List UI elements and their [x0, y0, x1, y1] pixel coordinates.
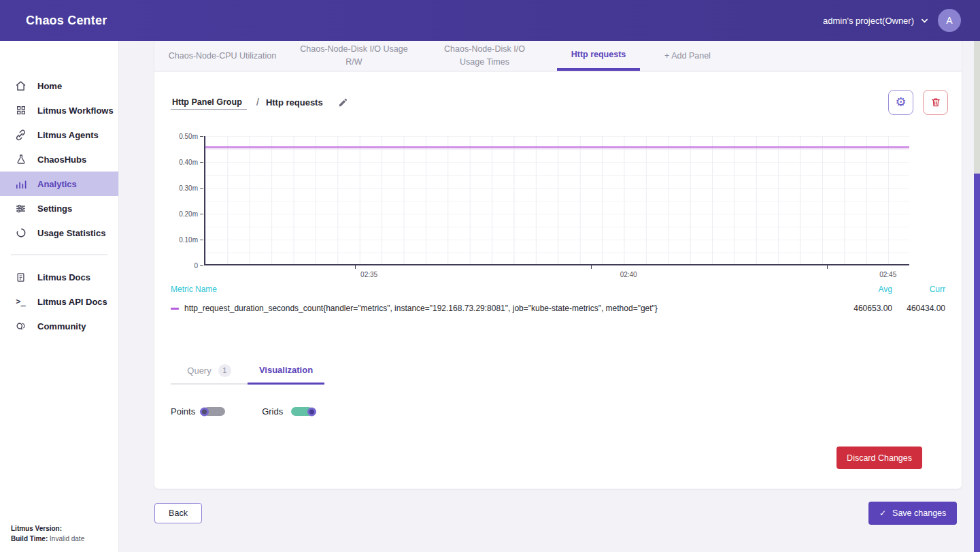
chart-plot-area — [204, 136, 909, 265]
sidebar-item-label: Settings — [37, 204, 72, 214]
y-tick-label: 0.10m — [171, 236, 198, 244]
edit-pencil-icon[interactable] — [338, 97, 348, 108]
project-selector-label: admin's project(Owner) — [823, 16, 914, 26]
version-info: Litmus Version: Build Time: Invalid date — [11, 523, 84, 544]
metric-avg-value: 460653.00 — [839, 304, 892, 313]
build-time-label: Build Time: — [11, 535, 48, 542]
back-button[interactable]: Back — [154, 503, 202, 523]
y-tick-label: 0 — [171, 262, 198, 270]
analytics-icon — [15, 178, 27, 190]
settings-icon — [15, 203, 27, 214]
metric-row: http_request_duration_seconds_count{hand… — [171, 304, 945, 313]
chaoshubs-icon — [15, 154, 27, 165]
y-tick-label: 0.40m — [171, 159, 198, 166]
series-color-swatch — [171, 308, 179, 310]
scrollbar-track — [974, 41, 980, 552]
query-tab-label: Query — [187, 366, 211, 376]
metric-legend: Metric Name Avg Curr http_request_durati… — [171, 285, 945, 313]
usage-icon — [15, 227, 27, 239]
sidebar-item-label: Litmus Workflows — [37, 105, 114, 116]
workflows-icon — [15, 105, 27, 116]
sidebar-item-label: Litmus Agents — [37, 130, 99, 140]
sidebar-item-label: Home — [37, 81, 62, 91]
sidebar-item-label: Analytics — [37, 179, 77, 189]
metric-name: http_request_duration_seconds_count{hand… — [184, 304, 658, 313]
y-tick-label: 0.20m — [171, 210, 198, 218]
metric-name-header: Metric Name — [171, 285, 839, 294]
panel-group-name-input[interactable] — [171, 95, 247, 110]
scrollbar-thumb[interactable] — [974, 174, 980, 552]
sidebar: Home Litmus Workflows Litmus Agents Chao… — [0, 41, 119, 552]
save-changes-label: Save changes — [892, 508, 946, 518]
visualization-options: Points Grids — [171, 406, 313, 417]
avg-header: Avg — [839, 285, 892, 294]
sidebar-item-litmus-workflows[interactable]: Litmus Workflows — [0, 98, 118, 123]
x-tick-label: 02:35 — [360, 271, 377, 278]
breadcrumb-separator: / — [256, 97, 259, 108]
y-tick-label: 0.30m — [171, 184, 198, 192]
visualization-tab-label: Visualization — [259, 365, 313, 375]
community-icon — [15, 321, 27, 332]
tab-chaos-node-disk-io-usage-rw[interactable]: Chaos-Node-Disk I/O Usage R/W — [294, 41, 413, 71]
tab-visualization[interactable]: Visualization — [248, 357, 324, 385]
sidebar-divider — [11, 255, 107, 255]
points-toggle[interactable] — [203, 407, 225, 416]
main-content: Chaos-Node-CPU Utilization Chaos-Node-Di… — [119, 41, 980, 552]
sidebar-item-settings[interactable]: Settings — [0, 196, 118, 221]
grids-toggle[interactable] — [291, 407, 313, 416]
sidebar-item-label: Litmus API Docs — [37, 297, 107, 307]
discard-changes-button[interactable]: Discard Changes — [837, 447, 922, 469]
metrics-chart: 0.50m 0.40m 0.30m 0.20m 0.10m 0 02:35 02… — [171, 136, 945, 296]
tab-add-panel[interactable]: + Add Panel — [649, 41, 726, 71]
docs-icon — [15, 272, 27, 283]
api-docs-icon: >_ — [15, 296, 27, 308]
sidebar-item-label: Usage Statistics — [37, 228, 105, 238]
panel-editor-card: / Http requests ⚙ 0.50m 0.40m 0.30m 0.20… — [154, 71, 962, 489]
avatar-initial: A — [946, 15, 952, 26]
panel-tabbar: Chaos-Node-CPU Utilization Chaos-Node-Di… — [154, 41, 962, 71]
tab-chaos-node-disk-io-usage-times[interactable]: Chaos-Node-Disk I/O Usage Times — [428, 41, 541, 71]
trash-icon — [930, 97, 941, 108]
tab-http-requests[interactable]: Http requests — [557, 41, 640, 71]
check-icon: ✓ — [879, 508, 886, 518]
app-header: Chaos Center admin's project(Owner) A — [0, 0, 980, 41]
sidebar-item-home[interactable]: Home — [0, 74, 118, 98]
sidebar-item-litmus-docs[interactable]: Litmus Docs — [0, 265, 118, 289]
litmus-version-label: Litmus Version: — [11, 525, 62, 532]
build-time-value: Invalid date — [50, 535, 84, 542]
x-tick-label: 02:45 — [879, 271, 896, 278]
sidebar-item-litmus-agents[interactable]: Litmus Agents — [0, 123, 118, 147]
sidebar-item-label: ChaosHubs — [37, 155, 86, 165]
app-title: Chaos Center — [0, 14, 107, 28]
avatar[interactable]: A — [938, 9, 961, 32]
editor-subtabs: Query 1 Visualization — [171, 357, 324, 385]
points-toggle-label: Points — [171, 406, 195, 417]
agents-icon — [15, 129, 27, 141]
sidebar-item-usage-statistics[interactable]: Usage Statistics — [0, 221, 118, 245]
series-line — [205, 146, 909, 148]
curr-header: Curr — [892, 285, 945, 294]
gear-icon: ⚙ — [895, 95, 906, 110]
sidebar-item-label: Community — [37, 321, 86, 331]
sidebar-item-community[interactable]: Community — [0, 314, 118, 338]
metric-curr-value: 460434.00 — [892, 304, 945, 313]
sidebar-item-label: Litmus Docs — [37, 272, 90, 282]
y-tick-label: 0.50m — [171, 133, 198, 140]
tab-chaos-node-cpu-utilization[interactable]: Chaos-Node-CPU Utilization — [161, 41, 284, 71]
save-changes-button[interactable]: ✓ Save changes — [868, 502, 957, 525]
tab-query[interactable]: Query 1 — [171, 357, 248, 385]
x-tick-label: 02:40 — [620, 271, 637, 278]
chevron-down-icon — [921, 17, 928, 25]
query-count-badge: 1 — [218, 364, 231, 377]
panel-delete-button[interactable] — [923, 90, 948, 115]
sidebar-item-chaoshubs[interactable]: ChaosHubs — [0, 147, 118, 172]
grids-toggle-label: Grids — [262, 406, 283, 417]
panel-name: Http requests — [266, 97, 323, 108]
sidebar-item-litmus-api-docs[interactable]: >_ Litmus API Docs — [0, 289, 118, 314]
sidebar-item-analytics[interactable]: Analytics — [0, 172, 118, 196]
home-icon — [15, 80, 27, 92]
project-selector[interactable]: admin's project(Owner) — [823, 16, 928, 26]
panel-settings-button[interactable]: ⚙ — [888, 90, 913, 115]
